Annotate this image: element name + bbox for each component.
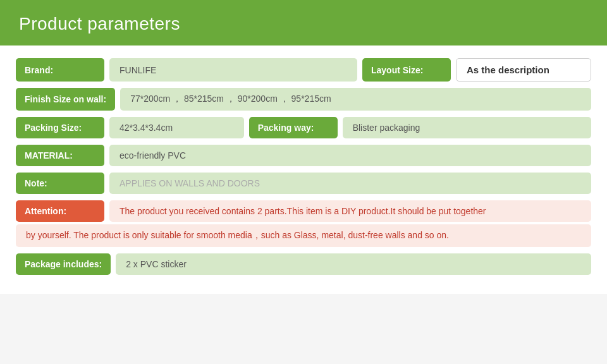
page-title: Product parameters [19,14,588,34]
row-attention-wrapper: Attention: The product you received cont… [16,200,591,247]
content: Brand: FUNLIFE Layout Size: As the descr… [0,46,607,294]
package-label: Package includes: [16,253,111,275]
finish-value: 77*200cm ， 85*215cm ， 90*200cm ， 95*215c… [120,88,591,111]
attention-label: Attention: [16,200,104,222]
packing-size-value: 42*3.4*3.4cm [109,117,244,138]
row-package: Package includes: 2 x PVC sticker [16,253,591,275]
layout-label: Layout Size: [362,58,451,82]
layout-value: As the description [456,58,591,82]
material-value: eco-friendly PVC [109,145,591,166]
package-value: 2 x PVC sticker [116,253,591,275]
packing-way-label: Packing way: [249,117,338,138]
header: Product parameters [0,0,607,46]
packing-way-value: Blister packaging [343,117,591,138]
brand-value: FUNLIFE [109,58,357,82]
page-container: Product parameters Brand: FUNLIFE Layout… [0,0,607,294]
row-finish: Finish Size on wall: 77*200cm ， 85*215cm… [16,88,591,111]
attention-value-line2: by yourself. The product is only suitabl… [16,224,591,247]
note-label: Note: [16,173,104,194]
brand-label: Brand: [16,58,104,82]
attention-value-line1: The product you received contains 2 part… [109,200,591,222]
row-packing: Packing Size: 42*3.4*3.4cm Packing way: … [16,117,591,138]
row-material: MATERIAL: eco-friendly PVC [16,145,591,166]
material-label: MATERIAL: [16,145,104,166]
note-value: APPLIES ON WALLS AND DOORS [109,173,591,194]
row-note: Note: APPLIES ON WALLS AND DOORS [16,173,591,194]
packing-size-label: Packing Size: [16,117,104,138]
attention-top-row: Attention: The product you received cont… [16,200,591,222]
finish-label: Finish Size on wall: [16,88,115,111]
row-brand-layout: Brand: FUNLIFE Layout Size: As the descr… [16,58,591,82]
